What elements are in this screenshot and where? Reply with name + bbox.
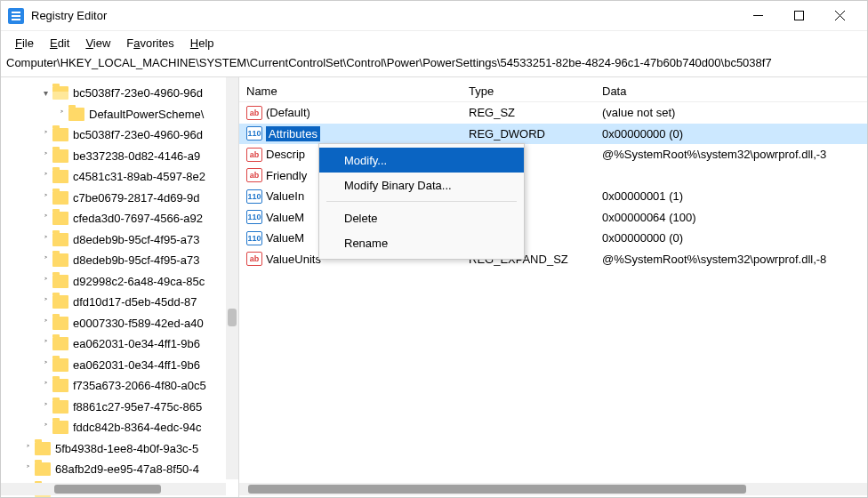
chevron-right-icon[interactable]: ˃ — [38, 339, 52, 349]
tree-item[interactable]: ˃68afb2d9-ee95-47a8-8f50-4 — [1, 459, 238, 480]
minimize-button[interactable] — [737, 2, 778, 30]
folder-icon — [52, 212, 68, 225]
chevron-right-icon[interactable]: ˃ — [38, 381, 52, 390]
svg-rect-1 — [794, 12, 803, 20]
context-separator — [326, 201, 517, 202]
context-delete[interactable]: Delete — [319, 205, 524, 230]
tree-item-label: bc5038f7-23e0-4960-96d — [73, 86, 203, 100]
context-modify-binary[interactable]: Modify Binary Data... — [319, 173, 524, 197]
menu-help[interactable]: Help — [183, 34, 221, 52]
menu-edit[interactable]: Edit — [43, 34, 76, 52]
address-bar[interactable]: Computer\HKEY_LOCAL_MACHINE\SYSTEM\Curre… — [1, 54, 867, 77]
folder-icon — [52, 128, 68, 141]
tree-item[interactable]: ˃dfd10d17-d5eb-45dd-87 — [1, 292, 238, 313]
tree-item-label: cfeda3d0-7697-4566-a92 — [73, 212, 203, 225]
tree-item-label: e0007330-f589-42ed-a40 — [73, 317, 204, 330]
chevron-right-icon[interactable]: ˃ — [38, 151, 52, 161]
value-name: ValueIn — [266, 189, 304, 203]
folder-icon — [52, 170, 68, 183]
tree-pane[interactable]: ▾bc5038f7-23e0-4960-96d˃DefaultPowerSche… — [1, 77, 239, 497]
column-name[interactable]: Name — [246, 84, 469, 98]
app-icon — [8, 8, 24, 24]
values-pane[interactable]: Name Type Data ab(Default)REG_SZ(value n… — [239, 77, 867, 497]
folder-icon — [52, 317, 68, 330]
chevron-right-icon[interactable]: ˃ — [38, 360, 52, 370]
chevron-right-icon[interactable]: ˃ — [38, 402, 52, 412]
tree-item-label: c4581c31-89ab-4597-8e2 — [73, 170, 205, 183]
chevron-right-icon[interactable]: ˃ — [38, 172, 52, 181]
value-name: ValueM — [266, 231, 304, 245]
tree-item-label: f735a673-2066-4f80-a0c5 — [73, 379, 206, 392]
value-row[interactable]: ab(Default)REG_SZ(value not set) — [239, 102, 867, 124]
window-controls — [737, 2, 860, 30]
value-data: @%SystemRoot%\system32\powrprof.dll,-8 — [602, 253, 867, 266]
chevron-right-icon[interactable]: ˃ — [38, 318, 52, 328]
values-scrollbar-horizontal[interactable] — [239, 483, 867, 495]
scrollbar-thumb[interactable] — [228, 309, 237, 326]
tree-item[interactable]: ˃DefaultPowerScheme\ — [1, 104, 238, 125]
column-type[interactable]: Type — [469, 84, 602, 98]
tree-item[interactable]: ˃cfeda3d0-7697-4566-a92 — [1, 208, 238, 229]
tree-item[interactable]: ˃d8edeb9b-95cf-4f95-a73 — [1, 250, 238, 271]
tree-item[interactable]: ˃ea062031-0e34-4ff1-9b6 — [1, 333, 238, 355]
tree-item[interactable]: ˃ea062031-0e34-4ff1-9b6 — [1, 355, 238, 376]
tree-item-label: bc5038f7-23e0-4960-96d — [73, 128, 203, 141]
tree-item[interactable]: ˃f8861c27-95e7-475c-865 — [1, 397, 238, 418]
tree-scrollbar-horizontal[interactable] — [1, 483, 226, 495]
folder-icon — [35, 442, 51, 455]
tree-item[interactable]: ˃f735a673-2066-4f80-a0c5 — [1, 375, 238, 397]
value-data: 0x00000000 (0) — [602, 127, 867, 141]
chevron-right-icon[interactable]: ˃ — [38, 277, 52, 286]
string-value-icon: ab — [246, 168, 262, 182]
folder-icon — [52, 233, 68, 246]
chevron-right-icon[interactable]: ˃ — [38, 297, 52, 307]
column-headers: Name Type Data — [239, 81, 867, 102]
column-data[interactable]: Data — [602, 84, 867, 98]
chevron-right-icon[interactable]: ˃ — [20, 464, 35, 474]
context-rename[interactable]: Rename — [319, 230, 524, 255]
menu-file[interactable]: File — [8, 34, 41, 52]
tree-item[interactable]: ˃d8edeb9b-95cf-4f95-a73 — [1, 229, 238, 251]
context-modify[interactable]: Modify... — [319, 148, 524, 173]
tree-item[interactable]: ˃bc5038f7-23e0-4960-96d — [1, 124, 238, 146]
context-menu: Modify... Modify Binary Data... Delete R… — [318, 143, 525, 260]
scrollbar-thumb[interactable] — [248, 485, 746, 494]
tree-scrollbar-vertical[interactable] — [226, 77, 238, 479]
scrollbar-thumb[interactable] — [54, 485, 161, 494]
value-data: @%SystemRoot%\system32\powrprof.dll,-3 — [602, 148, 867, 161]
chevron-right-icon[interactable]: ˃ — [54, 109, 68, 119]
tree-item[interactable]: ˃be337238-0d82-4146-a9 — [1, 146, 238, 167]
chevron-right-icon[interactable]: ˃ — [38, 213, 52, 223]
tree-item[interactable]: ˃d92998c2-6a48-49ca-85c — [1, 271, 238, 293]
tree-item[interactable]: ˃fddc842b-8364-4edc-94c — [1, 417, 238, 438]
folder-icon — [52, 275, 68, 288]
chevron-right-icon[interactable]: ˃ — [38, 235, 52, 245]
value-row[interactable]: 110AttributesREG_DWORD0x00000000 (0) — [239, 124, 867, 145]
chevron-right-icon[interactable]: ˃ — [38, 255, 52, 265]
folder-icon — [52, 379, 68, 392]
tree-item[interactable]: ▾bc5038f7-23e0-4960-96d — [1, 83, 238, 104]
folder-icon — [52, 358, 68, 372]
tree-item[interactable]: ˃c4581c31-89ab-4597-8e2 — [1, 166, 238, 188]
folder-icon — [52, 337, 68, 350]
folder-icon — [52, 295, 68, 309]
tree-item-label: ea062031-0e34-4ff1-9b6 — [73, 337, 200, 350]
menu-view[interactable]: View — [78, 34, 117, 52]
value-type: REG_DWORD — [469, 127, 602, 141]
chevron-right-icon[interactable]: ˃ — [38, 193, 52, 203]
tree-item[interactable]: ˃e0007330-f589-42ed-a40 — [1, 313, 238, 334]
maximize-button[interactable] — [778, 2, 819, 30]
value-name: Friendly — [266, 169, 307, 182]
folder-icon — [52, 400, 68, 414]
chevron-down-icon[interactable]: ▾ — [38, 88, 52, 98]
close-button[interactable] — [819, 2, 860, 30]
chevron-right-icon[interactable]: ˃ — [38, 130, 52, 140]
chevron-right-icon[interactable]: ˃ — [20, 444, 35, 454]
chevron-right-icon[interactable]: ˃ — [38, 422, 52, 432]
menu-favorites[interactable]: Favorites — [119, 34, 181, 52]
tree-item[interactable]: ˃5fb4938d-1ee8-4b0f-9a3c-5 — [1, 438, 238, 460]
value-data: 0x00000064 (100) — [602, 211, 867, 224]
value-name: Attributes — [266, 126, 320, 141]
folder-icon — [52, 86, 68, 100]
tree-item[interactable]: ˃c7be0679-2817-4d69-9d — [1, 188, 238, 209]
